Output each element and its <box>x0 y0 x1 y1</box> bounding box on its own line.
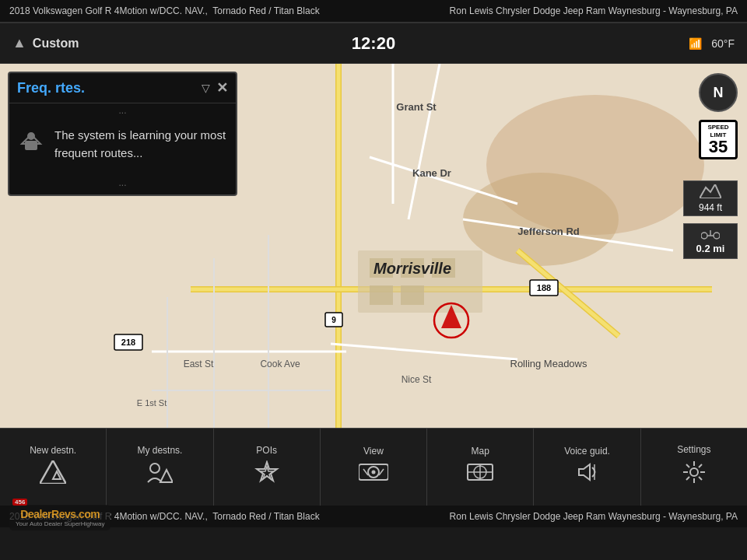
svg-text:Morrisville: Morrisville <box>374 260 451 277</box>
nav-header-left: ▲ Custom <box>12 35 79 51</box>
svg-line-73 <box>686 477 689 480</box>
nav-btn-my-destns-label: My destns. <box>137 445 182 456</box>
svg-point-46 <box>701 233 707 239</box>
nav-unit: ▲ Custom 12:20 📶 60°F <box>0 22 747 504</box>
nav-header-right: 📶 60°F <box>689 37 735 50</box>
svg-text:188: 188 <box>537 283 551 292</box>
svg-point-65 <box>690 468 698 476</box>
nav-btn-view-icon <box>359 461 388 488</box>
nav-btn-voice-guid-label: Voice guid. <box>564 446 610 457</box>
speed-limit-sign: SPEEDLIMIT 35 <box>699 120 738 159</box>
svg-point-42 <box>27 132 35 140</box>
freq-dialog-title: Freq. rtes. <box>17 80 85 96</box>
north-indicator[interactable]: N <box>699 73 738 112</box>
freq-dialog-dots-top: ... <box>9 103 236 117</box>
bottom-dealer: Ron Lewis Chrysler Dodge Jeep Ram Waynes… <box>450 511 738 522</box>
nav-btn-map-icon <box>467 461 493 488</box>
distance-box: 0.2 mi <box>683 223 738 259</box>
nav-btn-view-label: View <box>363 446 384 457</box>
nav-btn-new-destn-label: New destn. <box>30 445 76 456</box>
nav-btn-pois[interactable]: POIs <box>214 429 321 506</box>
svg-text:Grant St: Grant St <box>396 101 437 113</box>
freq-dialog-dots-bottom: ... <box>9 177 236 194</box>
svg-point-47 <box>714 233 720 239</box>
freq-dialog-home-icon <box>17 130 45 163</box>
freq-dialog-body: The system is learning your most frequen… <box>9 117 236 177</box>
freq-dialog-text: The system is learning your most frequen… <box>54 127 228 162</box>
speed-limit-value: 35 <box>703 138 734 156</box>
nav-btn-settings[interactable]: Settings <box>641 429 747 506</box>
car-icon: ▲ <box>12 35 26 51</box>
freq-close-button[interactable]: ✕ <box>216 79 228 96</box>
nav-custom-label: Custom <box>33 37 79 51</box>
svg-marker-50 <box>40 460 66 484</box>
distance-icon <box>701 228 720 243</box>
nav-btn-voice-guid-icon <box>574 461 601 488</box>
svg-text:E 1st St: E 1st St <box>137 398 167 408</box>
freq-dialog: Freq. rtes. ▽ ✕ ... The syst <box>8 72 237 196</box>
top-bar-dealer: Ron Lewis Chrysler Dodge Jeep Ram Waynes… <box>450 5 738 16</box>
nav-btn-map-label: Map <box>472 446 489 457</box>
top-bar-title: 2018 Volkswagen Golf R 4Motion w/DCC. NA… <box>9 5 320 16</box>
nav-btn-view[interactable]: View <box>321 429 427 506</box>
svg-line-71 <box>699 477 702 480</box>
distance-value: 0.2 mi <box>696 243 725 254</box>
svg-line-70 <box>686 464 689 467</box>
svg-marker-63 <box>579 464 590 480</box>
svg-rect-43 <box>25 141 37 150</box>
svg-point-58 <box>371 471 375 474</box>
nav-btn-new-destn-icon <box>40 460 66 489</box>
svg-text:Nice St: Nice St <box>402 374 432 385</box>
nav-btn-voice-guid[interactable]: Voice guid. <box>534 429 640 506</box>
svg-point-2 <box>463 173 619 266</box>
nav-btn-my-destns[interactable]: My destns. <box>107 429 213 506</box>
nav-btn-my-destns-icon <box>146 460 173 489</box>
map-area: 218 188 9 Grant St Kane Dr Jefferson Rd … <box>0 64 747 428</box>
watermark-nums: 456 <box>12 499 27 506</box>
nav-header: ▲ Custom 12:20 📶 60°F <box>0 23 747 64</box>
north-letter: N <box>714 85 724 101</box>
elevation-box: 944 ft <box>683 180 738 216</box>
top-bar: 2018 Volkswagen Golf R 4Motion w/DCC. NA… <box>0 0 747 22</box>
elevation-value: 944 ft <box>699 202 722 213</box>
nav-buttons: New destn. My destns. POIs <box>0 428 747 506</box>
svg-text:Jefferson Rd: Jefferson Rd <box>517 226 580 237</box>
signal-icon: 📶 <box>689 37 702 50</box>
nav-btn-map[interactable]: Map <box>427 429 534 506</box>
svg-text:Kane Dr: Kane Dr <box>412 167 451 179</box>
svg-text:Rolling Meadows: Rolling Meadows <box>510 358 587 369</box>
freq-dialog-controls: ▽ ✕ <box>202 79 228 96</box>
nav-btn-settings-label: Settings <box>677 444 710 455</box>
nav-btn-new-destn[interactable]: New destn. <box>0 429 107 506</box>
svg-marker-45 <box>700 184 721 198</box>
nav-btn-settings-icon <box>682 460 707 490</box>
watermark-sub: Your Auto Dealer SuperHighway <box>16 520 104 527</box>
svg-marker-53 <box>160 470 173 482</box>
svg-text:9: 9 <box>331 316 336 324</box>
elevation-icon <box>700 184 721 202</box>
watermark-logo: DealerRevs.com <box>16 508 104 520</box>
svg-point-52 <box>150 464 160 473</box>
freq-dropdown-button[interactable]: ▽ <box>202 82 210 94</box>
svg-text:East St: East St <box>184 359 214 369</box>
bottom-bar: 2018 Volkswagen Golf R 4Motion w/DCC. NA… <box>0 504 747 527</box>
svg-text:Cook Ave: Cook Ave <box>260 359 300 369</box>
nav-temperature: 60°F <box>711 37 735 50</box>
freq-dialog-header: Freq. rtes. ▽ ✕ <box>9 73 236 103</box>
svg-line-72 <box>699 464 702 467</box>
svg-text:218: 218 <box>121 338 135 347</box>
svg-rect-24 <box>401 285 424 305</box>
nav-btn-pois-icon <box>254 460 280 489</box>
nav-time: 12:20 <box>352 33 395 54</box>
svg-rect-23 <box>370 285 393 305</box>
nav-btn-pois-label: POIs <box>256 445 277 456</box>
watermark: 456 DealerRevs.com Your Auto Dealer Supe… <box>9 505 110 530</box>
